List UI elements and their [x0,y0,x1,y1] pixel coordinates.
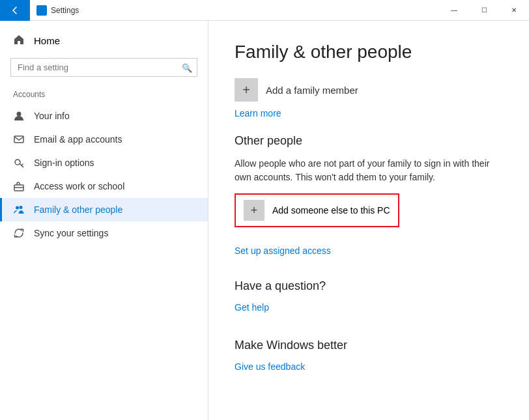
app-container: Home 🔍 Accounts Your info [0,21,529,420]
add-family-label: Add a family member [266,85,358,96]
maximize-button[interactable]: ☐ [469,0,499,21]
search-icon: 🔍 [182,63,192,72]
add-someone-button[interactable]: + Add someone else to this PC [235,193,399,227]
add-family-row[interactable]: + Add a family member [235,78,503,102]
learn-more-link[interactable]: Learn more [235,108,281,119]
sidebar-item-work[interactable]: Access work or school [0,175,208,198]
sync-label: Sync your settings [34,228,108,238]
sidebar: Home 🔍 Accounts Your info [0,21,208,420]
sidebar-item-family[interactable]: Family & other people [0,198,208,221]
window-title: Settings [51,6,439,15]
signin-label: Sign-in options [34,158,94,168]
family-label: Family & other people [34,204,122,215]
sidebar-home[interactable]: Home [0,29,208,53]
sidebar-item-signin[interactable]: Sign-in options [0,151,208,175]
sidebar-item-email[interactable]: Email & app accounts [0,128,208,151]
other-people-description: Allow people who are not part of your fa… [235,157,503,184]
have-question-section: Have a question? Get help [235,279,503,328]
email-label: Email & app accounts [34,134,122,145]
svg-rect-1 [14,136,23,143]
home-label: Home [34,35,60,46]
assigned-access-link[interactable]: Set up assigned access [235,245,331,256]
add-family-button[interactable]: + [235,78,258,102]
sidebar-item-sync[interactable]: Sync your settings [0,221,208,245]
give-feedback-link[interactable]: Give us feedback [235,361,305,372]
accounts-section-label: Accounts [0,87,208,104]
make-windows-section: Make Windows better Give us feedback [235,339,503,387]
other-people-title: Other people [235,134,503,148]
window-controls: — ☐ ✕ [439,0,529,21]
person-icon [13,110,25,122]
close-button[interactable]: ✕ [499,0,529,21]
people-icon [13,204,25,216]
back-button[interactable] [0,0,30,21]
get-help-link[interactable]: Get help [235,302,269,313]
svg-point-0 [17,112,21,117]
page-title: Family & other people [235,42,503,63]
back-arrow-icon [11,7,19,14]
main-content: Family & other people + Add a family mem… [208,21,529,420]
title-bar: Settings — ☐ ✕ [0,0,529,21]
have-question-title: Have a question? [235,279,503,293]
home-icon [13,34,25,48]
make-windows-title: Make Windows better [235,339,503,352]
sidebar-item-your-info[interactable]: Your info [0,104,208,128]
work-label: Access work or school [34,181,124,191]
app-icon [36,5,47,16]
search-box[interactable]: 🔍 [10,58,197,77]
svg-point-5 [16,206,19,210]
svg-point-6 [20,206,23,209]
briefcase-icon [13,180,25,192]
search-input[interactable] [10,58,197,77]
add-someone-plus-icon: + [244,200,264,221]
svg-point-2 [15,160,20,165]
key-icon [13,157,25,169]
minimize-button[interactable]: — [439,0,469,21]
add-someone-label: Add someone else to this PC [272,205,390,216]
sync-icon [13,227,25,239]
your-info-label: Your info [34,111,70,121]
email-icon [13,133,25,145]
